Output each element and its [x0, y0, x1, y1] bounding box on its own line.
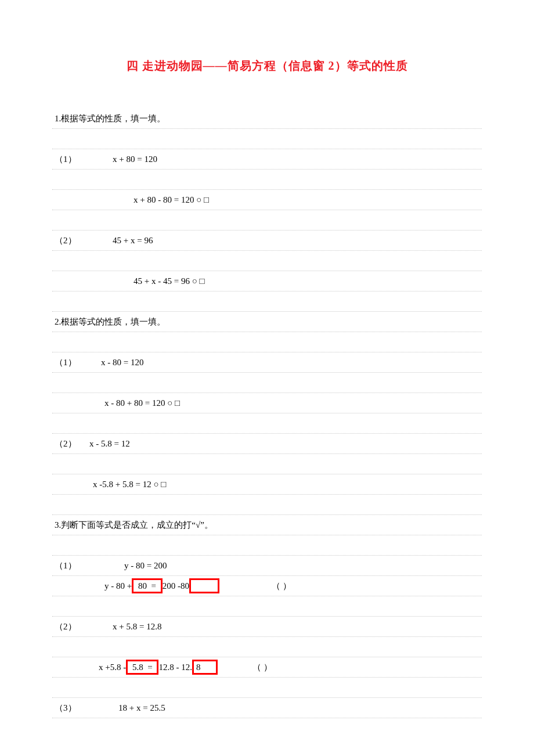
q3-part3-eq-row: （3） 18 + x = 25.5	[52, 698, 482, 718]
spacer	[52, 210, 482, 231]
q3-p3-equation: 18 + x = 25.5	[118, 703, 165, 713]
q1-p1-label: （1）	[55, 154, 89, 165]
answer-paren: （ ）	[272, 581, 291, 592]
highlight-box: 8	[192, 660, 218, 675]
spacer	[52, 535, 482, 556]
q3-part1-eq-row: （1） y - 80 = 200	[52, 556, 482, 576]
q3-p1-label: （1）	[55, 560, 89, 571]
q2-p2-step: x -5.8 + 5.8 = 12 ○ □	[52, 474, 482, 495]
highlight-box	[189, 578, 219, 593]
q3-prompt: 3.判断下面等式是否成立，成立的打“√”。	[52, 515, 482, 535]
spacer	[52, 251, 482, 271]
spacer	[52, 454, 482, 474]
q1-p2-equation: 45 + x = 96	[113, 236, 153, 246]
spacer	[52, 596, 482, 617]
q1-p2-label: （2）	[55, 235, 89, 246]
q2-part1-eq-row: （1） x - 80 = 120	[52, 352, 482, 373]
q2-p1-step: x - 80 + 80 = 120 ○ □	[52, 393, 482, 413]
spacer	[52, 678, 482, 698]
q2-p2-label: （2）	[55, 438, 89, 449]
q3-p1-step-b: 200 -80	[163, 581, 189, 591]
q1-part1-eq-row: （1） x + 80 = 120	[52, 149, 482, 170]
spacer	[52, 332, 482, 352]
q3-p2-step-a: x +5.8 -	[99, 663, 126, 672]
q3-p2-step-row: x +5.8 - 5.8 = 12.8 - 12. 8 （ ）	[52, 657, 482, 678]
highlight-box: 5.8 =	[126, 660, 158, 675]
q2-p1-equation: x - 80 = 120	[101, 358, 143, 368]
q2-part2-eq-row: （2） x - 5.8 = 12	[52, 434, 482, 454]
q2-p2-equation: x - 5.8 = 12	[89, 439, 130, 449]
q2-p1-label: （1）	[55, 357, 89, 368]
q3-part2-eq-row: （2） x + 5.8 = 12.8	[52, 617, 482, 637]
q2-prompt: 2.根据等式的性质，填一填。	[52, 312, 482, 332]
q1-prompt: 1.根据等式的性质，填一填。	[52, 109, 482, 129]
worksheet-page: 四 走进动物园——简易方程（信息窗 2）等式的性质 1.根据等式的性质，填一填。…	[0, 0, 534, 741]
answer-paren: （ ）	[252, 662, 272, 673]
q3-p2-step-b: 12.8 - 12.	[158, 663, 192, 672]
q3-p1-step-a: y - 80 +	[104, 581, 132, 591]
spacer	[52, 291, 482, 312]
spacer	[52, 129, 482, 149]
q3-p1-step-row: y - 80 + 80 = 200 -80 （ ）	[52, 576, 482, 596]
q1-part2-eq-row: （2） 45 + x = 96	[52, 231, 482, 251]
q1-p1-equation: x + 80 = 120	[113, 154, 157, 164]
q1-p1-step: x + 80 - 80 = 120 ○ □	[52, 190, 482, 210]
q3-p3-label: （3）	[55, 703, 89, 714]
spacer	[52, 413, 482, 434]
highlight-box: 80 =	[132, 578, 162, 593]
q3-p2-equation: x + 5.8 = 12.8	[113, 622, 161, 632]
spacer	[52, 495, 482, 515]
q3-p1-equation: y - 80 = 200	[124, 561, 167, 571]
q1-p2-step: 45 + x - 45 = 96 ○ □	[52, 271, 482, 291]
page-title: 四 走进动物园——简易方程（信息窗 2）等式的性质	[52, 58, 482, 74]
spacer	[52, 637, 482, 657]
spacer	[52, 170, 482, 190]
q3-p2-label: （2）	[55, 621, 89, 632]
spacer	[52, 373, 482, 393]
